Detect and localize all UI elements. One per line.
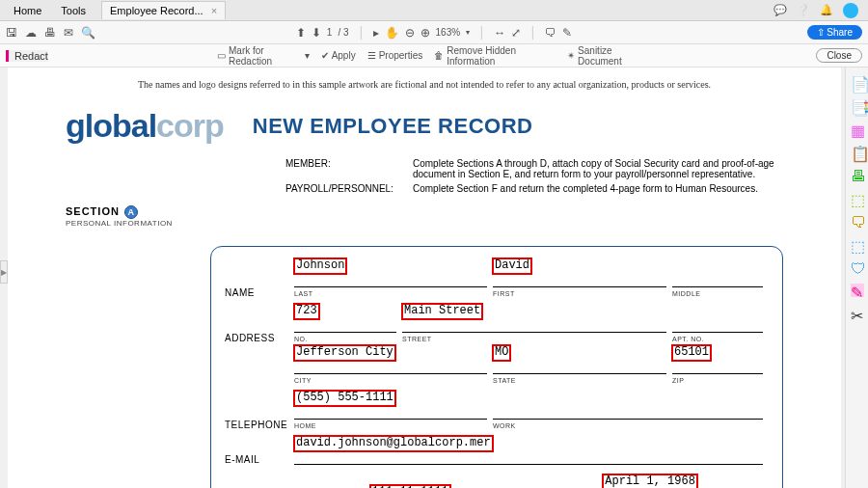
toolbar: 🖫 ☁ 🖶 ✉ 🔍 ⬆ ⬇ 1 / 3 ▸ ✋ ⊖ ⊕ 163% ▾ ↔ ⤢ 🗨… [0,21,868,44]
email-label: E-MAIL [225,454,294,465]
fit-width-icon[interactable]: ↔ [494,26,505,40]
mark-for-redaction-button[interactable]: ▭ Mark for Redaction ▾ [217,45,310,67]
section-badge: A [124,205,138,219]
city-field[interactable]: Jefferson City [294,345,395,361]
properties-button[interactable]: ☰ Properties [367,50,423,61]
page-up-icon[interactable]: ⬆ [296,26,306,40]
street-field[interactable]: Main Street [402,304,482,319]
last-name-field[interactable]: Johnson [294,258,346,274]
disclaimer-text: The names and logo designs referred to i… [66,79,783,90]
annotate-icon[interactable]: 🗨 [545,26,556,40]
first-name-field[interactable]: David [493,258,531,274]
combine-icon[interactable]: ⬚ [851,191,864,204]
name-label: NAME [225,287,294,298]
middle-name-field[interactable] [672,273,763,287]
help-icon[interactable]: ❔ [797,4,810,16]
redact-mode-label: Redact [6,50,48,62]
page-number[interactable]: 1 [327,27,333,38]
page-down-icon[interactable]: ⬇ [312,26,321,40]
organize-icon[interactable]: 🖶 [851,168,864,181]
side-panel: 📄 📑 ▦ 📋 🖶 ⬚ 🗨 ⬚ 🛡 ✎ ✂ [845,68,868,488]
avatar[interactable] [843,3,858,18]
document-title: NEW EMPLOYEE RECORD [253,114,533,139]
menu-home[interactable]: Home [4,2,51,19]
print-icon[interactable]: 🖶 [44,26,56,40]
search-icon[interactable]: 🔍 [81,26,95,40]
chevron-down-icon[interactable]: ▾ [466,28,470,37]
create-pdf-icon[interactable]: 📑 [851,98,864,112]
menu-tools[interactable]: Tools [51,2,95,19]
export-pdf-icon[interactable]: 📄 [851,75,864,89]
remove-hidden-button[interactable]: 🗑 Remove Hidden Information [434,45,556,67]
left-panel-toggle[interactable]: ▶ [0,260,8,284]
apt-field[interactable] [672,318,763,333]
logo: globalcorp [66,107,224,145]
apply-button[interactable]: ✔ Apply [321,50,356,61]
pointer-icon[interactable]: ▸ [373,26,379,40]
tab-close-icon[interactable]: × [211,5,217,16]
telephone-label: TELEPHONE [225,420,294,430]
bell-icon[interactable]: 🔔 [820,4,833,16]
fit-page-icon[interactable]: ⤢ [511,26,521,40]
member-label: MEMBER: [285,158,413,179]
shield-icon[interactable]: 🛡 [851,260,864,274]
comment-icon[interactable]: 📋 [851,145,864,158]
page-total: / 3 [338,27,348,38]
payroll-text: Complete Section F and return the comple… [413,183,783,194]
member-text: Complete Sections A through D, attach co… [413,158,783,179]
more-tools-icon[interactable]: ✂ [851,307,864,320]
zoom-out-icon[interactable]: ⊖ [405,26,415,40]
payroll-label: PAYROLL/PERSONNEL: [285,183,413,194]
fill-sign-icon[interactable]: 🗨 [851,214,864,228]
hand-icon[interactable]: ✋ [385,26,399,40]
document-tab[interactable]: Employee Record... × [101,1,226,19]
document-page: The names and logo designs referred to i… [8,68,841,488]
state-field[interactable]: MO [493,345,510,361]
section-header: SECTION A PERSONAL INFORMATION [66,205,783,228]
close-button[interactable]: Close [816,48,862,63]
zoom-value[interactable]: 163% [436,27,461,38]
home-phone-field[interactable]: (555) 555-1111 [294,391,395,406]
document-tab-label: Employee Record... [110,5,203,16]
protect-icon[interactable]: ⬚ [851,237,864,251]
work-phone-field[interactable] [493,405,763,420]
form-box: NAME Johnson LAST David FIRST MIDDLE ADD… [210,246,783,488]
mail-icon[interactable]: ✉ [64,26,73,40]
edit-pdf-icon[interactable]: ▦ [851,122,864,135]
save-icon[interactable]: 🖫 [6,26,17,40]
zoom-in-icon[interactable]: ⊕ [420,26,430,40]
message-icon[interactable]: 💬 [773,4,787,16]
sanitize-button[interactable]: ✴ Sanitize Document [567,45,651,67]
menu-bar: Home Tools Employee Record... × 💬 ❔ 🔔 [0,0,868,21]
redact-bar: Redact ▭ Mark for Redaction ▾ ✔ Apply ☰ … [0,44,868,68]
zip-field[interactable]: 65101 [672,345,711,361]
cloud-icon[interactable]: ☁ [25,26,37,40]
email-field[interactable]: david.johnson@globalcorp.mer [294,436,493,451]
highlight-icon[interactable]: ✎ [562,26,572,40]
menu-right: 💬 ❔ 🔔 [773,3,864,18]
dob-field[interactable]: April 1, 1968 [603,474,697,488]
street-no-field[interactable]: 723 [294,304,319,319]
address-label: ADDRESS [225,333,294,343]
sign-icon[interactable]: ✎ [851,284,864,297]
share-button[interactable]: ⇧ Share [807,25,862,40]
